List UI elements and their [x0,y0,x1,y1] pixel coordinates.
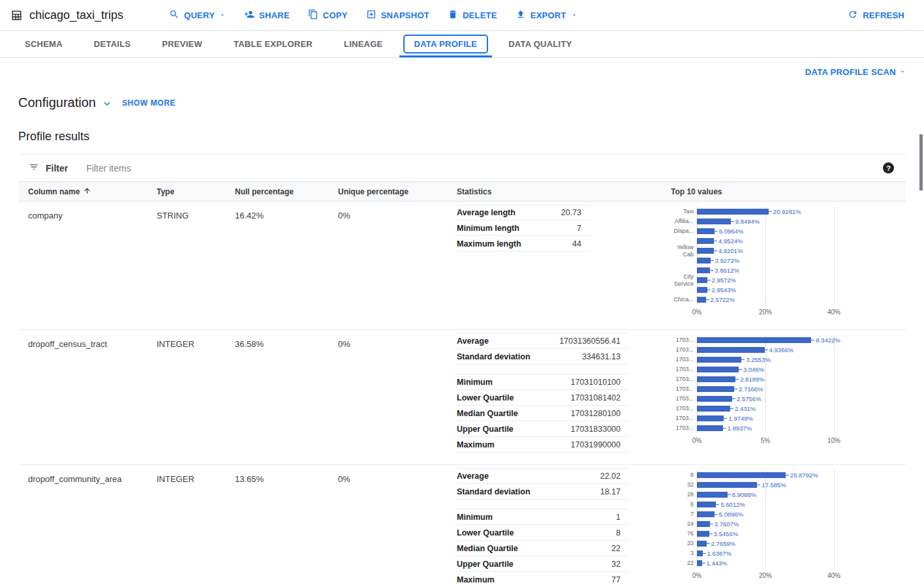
tab-label: LINEAGE [344,39,383,49]
chart-category-label: Taxi [671,208,697,215]
tab-schema[interactable]: SCHEMA [9,31,78,57]
chart-axis-tick: 0% [692,309,701,316]
chart-bar-connector [716,504,719,505]
chart-bar-connector [714,241,717,241]
profile-results-heading: Profile results [18,130,906,143]
chart-bar-row: 221.443% [671,558,906,568]
stat-value: 77 [611,575,621,584]
chart-value-label: 2.5756% [737,395,762,402]
chart-value-label: 9.8494% [735,218,760,225]
filter-input[interactable] [85,162,307,174]
header-unique-percentage[interactable]: Unique percentage [338,187,457,196]
chart-bar-row: City Service2.9572% [671,275,906,285]
chart-bar-row: 825.8792% [671,470,906,480]
share-button[interactable]: SHARE [235,4,299,27]
chart-value-label: 20.9281% [773,208,801,215]
stat-row: Average17031360556.41 [457,333,630,349]
chart-value-label: 8.9088% [732,491,757,498]
top-values-chart: Taxi20.9281%Affilia...9.8494%Dispa...5.0… [671,202,906,318]
stat-label: Maximum [457,440,495,449]
chart-category-label: 1703... [671,395,697,402]
chevron-down-icon[interactable] [101,98,113,110]
tab-details[interactable]: DETAILS [78,31,146,57]
header-null-percentage[interactable]: Null percentage [235,187,338,196]
chart-bar [697,541,707,547]
chart-bar-row: Yellow Cab4.9201% [671,246,906,256]
chart-value-label: 2.431% [735,405,756,412]
export-button[interactable]: EXPORT [506,4,587,27]
column-name-cell: dropoff_census_tract [28,330,157,349]
null-percentage-cell: 36.58% [235,330,338,349]
tab-label: PREVIEW [162,39,202,49]
chart-axis-tick: 0% [692,437,701,444]
trash-icon [448,9,458,22]
tab-data-profile[interactable]: DATA PROFILE [399,31,493,57]
data-profile-scan-button[interactable]: DATA PROFILE SCAN [801,67,910,78]
tab-lineage[interactable]: LINEAGE [328,31,399,57]
snapshot-button[interactable]: SNAPSHOT [357,4,439,27]
help-icon[interactable]: ? [883,162,894,173]
chart-bar-connector [769,211,772,212]
chart-bar-row: 65.6012% [671,500,906,509]
chart-value-label: 2.7659% [711,540,736,547]
chart-bar-row: 2.9543% [671,285,906,295]
tab-table-explorer[interactable]: TABLE EXPLORER [218,31,328,57]
chart-category-label: 8 [671,472,697,478]
stat-label: Upper Quartile [457,560,514,569]
chart-bar-row: 1703...2.8189% [671,374,906,384]
chart-plot-row: 1.9748% [697,415,906,422]
chart-category-label: 3 [671,550,697,556]
chart-bar-row: 3.9272% [671,256,906,265]
chart-bar [697,521,710,527]
copy-button[interactable]: COPY [299,4,357,27]
profile-results-card: Filter ? Column name Type Null percentag… [18,154,906,587]
chart-category-label: 76 [671,530,697,537]
delete-button[interactable]: DELETE [439,4,506,27]
statistics-table: Average17031360556.41Standard deviation3… [457,330,630,453]
chart-plot-row: 5.0896% [697,511,906,518]
chart-bar [697,248,714,254]
chart-plot-row: 5.6012% [697,501,906,508]
stat-value: 1 [616,513,621,522]
tab-label: DATA PROFILE [414,39,478,49]
chart-bar [697,531,709,537]
tab-label: DATA QUALITY [508,39,572,49]
chart-bar-connector [757,485,760,485]
stat-label: Minimum [457,378,493,387]
table-row: dropoff_census_tract INTEGER 36.58% 0% A… [18,330,906,465]
chart-value-label: 1.6387% [707,550,732,557]
chart-value-label: 4.9524% [718,237,743,245]
chart-bar-row: 288.9088% [671,490,906,500]
tab-data-quality[interactable]: DATA QUALITY [493,31,587,57]
statistics-table: Average length20.73Minimum length7Maximu… [457,202,591,252]
chart-bar-row: 75.0896% [671,509,906,519]
header-column-name[interactable]: Column name [28,187,157,197]
query-button[interactable]: QUERY [160,4,235,27]
chart-bar-connector [765,350,768,350]
chart-value-label: 1.443% [707,560,728,567]
stat-row: Minimum1 [457,509,630,525]
show-more-button[interactable]: SHOW MORE [118,98,179,108]
chart-value-label: 8.3422% [816,337,840,344]
page-title: chicago_taxi_trips [29,8,123,22]
header-type[interactable]: Type [157,187,235,196]
chart-bar [697,238,714,244]
chart-bar-connector [723,428,726,429]
stat-row: Maximum17031990000 [457,437,630,453]
chart-category-label: 1703... [671,405,697,412]
scrollbar-thumb[interactable] [919,134,923,190]
stat-label: Average length [457,208,516,217]
chart-plot-row: 3.2553% [697,356,906,363]
refresh-button-label: REFRESH [863,10,904,20]
tab-preview[interactable]: PREVIEW [146,31,218,57]
chart-value-label: 3.5456% [714,530,739,537]
chart-bar-connector [741,359,745,360]
tab-bar: SCHEMA DETAILS PREVIEW TABLE EXPLORER LI… [0,31,924,58]
refresh-button[interactable]: REFRESH [839,4,914,27]
person-add-icon [244,9,254,22]
chart-bar [697,228,715,234]
chart-plot-row: 3.9272% [697,257,906,264]
chart-bar [697,415,724,421]
chart-bar-connector [711,260,714,261]
stat-value: 44 [572,239,581,248]
